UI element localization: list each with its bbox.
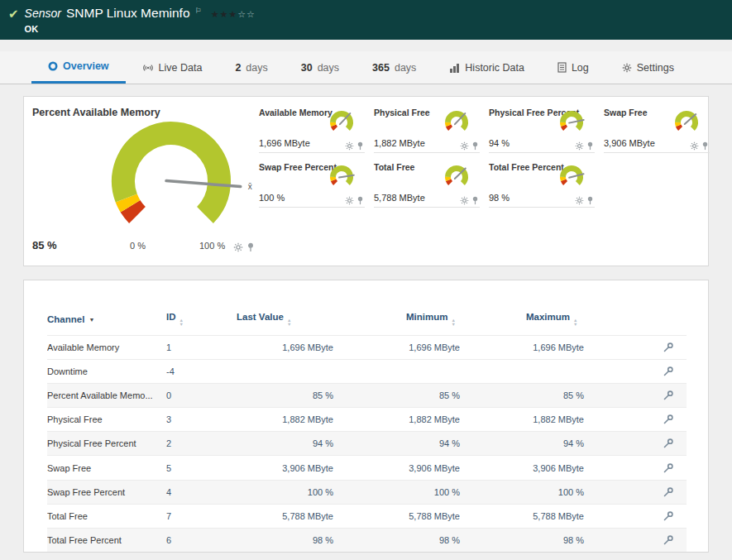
tab-settings[interactable]: Settings — [605, 51, 691, 84]
mini-gauge-dial — [325, 162, 358, 192]
column-header-minimum[interactable]: Minimum▲▼ — [406, 305, 526, 336]
tab-365-days[interactable]: 365 days — [356, 51, 433, 84]
channel-settings-wrench-icon[interactable] — [663, 438, 674, 449]
maximum-cell: 1,696 MByte — [526, 336, 650, 360]
table-row[interactable]: Total Free Percent 6 98 % 98 % 98 % — [47, 528, 687, 552]
channel-settings-wrench-icon[interactable] — [663, 342, 674, 353]
tab-2-days[interactable]: 2 days — [218, 51, 284, 84]
main-gauge-dial: x̄ — [64, 105, 270, 237]
svg-text:x̄: x̄ — [248, 182, 252, 191]
column-label: Last Value — [237, 312, 284, 322]
channels-table: Channel▼ ID▲▼ Last Value▲▼ Minimum▲▼ Max… — [47, 305, 687, 552]
column-label: ID — [166, 312, 176, 322]
table-row[interactable]: Percent Available Memo... 0 85 % 85 % 85… — [47, 384, 687, 408]
pin-icon[interactable] — [471, 196, 480, 205]
pin-icon[interactable] — [586, 196, 595, 205]
channel-name-cell[interactable]: Percent Available Memo... — [47, 384, 166, 408]
minimum-cell: 100 % — [406, 480, 526, 504]
channel-name-cell[interactable]: Physical Free — [47, 408, 166, 432]
last-value-cell: 85 % — [237, 384, 406, 408]
pin-icon[interactable] — [246, 242, 256, 252]
gear-icon[interactable] — [345, 141, 354, 151]
column-header-id[interactable]: ID▲▼ — [166, 305, 237, 336]
channel-name-cell[interactable]: Available Memory — [47, 336, 166, 360]
channel-name-cell[interactable]: Swap Free — [47, 456, 166, 480]
sort-icons: ▲▼ — [179, 318, 184, 326]
tab-label: Live Data — [159, 62, 203, 74]
gear-icon[interactable] — [460, 196, 469, 205]
mini-gauge-cell: Physical Free 1,882 MByte — [374, 107, 480, 153]
column-header-actions — [650, 305, 687, 336]
pin-icon[interactable] — [356, 141, 365, 151]
priority-stars[interactable]: ★★★☆☆ — [211, 9, 256, 20]
channel-settings-wrench-icon[interactable] — [663, 366, 674, 377]
column-header-maximum[interactable]: Maximum▲▼ — [526, 305, 650, 336]
gauges-panel: Percent Available Memory x̄ 85 % 0 % 100… — [23, 96, 709, 266]
gauge-max-label: 100 % — [199, 241, 225, 251]
pin-icon[interactable] — [701, 141, 710, 151]
table-row[interactable]: Physical Free 3 1,882 MByte 1,882 MByte … — [47, 408, 687, 432]
tab-label: Overview — [63, 60, 109, 72]
table-row[interactable]: Available Memory 1 1,696 MByte 1,696 MBy… — [47, 336, 687, 360]
log-document-icon — [557, 62, 567, 73]
mini-gauge-cell: Swap Free Percent 100 % — [259, 161, 365, 208]
gear-icon[interactable] — [575, 196, 584, 205]
column-header-last-value[interactable]: Last Value▲▼ — [237, 305, 406, 336]
sensor-page: ✔ Sensor SNMP Linux Meminfo ⚐ ★★★☆☆ OK O… — [0, 0, 732, 560]
table-row[interactable]: Swap Free 5 3,906 MByte 3,906 MByte 3,90… — [47, 456, 687, 480]
gear-icon[interactable] — [345, 196, 354, 205]
mini-gauge-cell: Swap Free 3,906 MByte — [604, 107, 710, 153]
mini-gauge-value: 1,696 MByte — [259, 138, 310, 148]
sort-icons: ▲▼ — [573, 318, 577, 326]
channel-name-cell[interactable]: Physical Free Percent — [47, 432, 166, 456]
tab-live-data[interactable]: Live Data — [126, 51, 219, 84]
priority-flag-icon[interactable]: ⚐ — [195, 7, 202, 15]
minimum-cell: 3,906 MByte — [406, 456, 526, 480]
column-header-channel[interactable]: Channel▼ — [47, 305, 166, 336]
maximum-cell: 94 % — [526, 432, 650, 456]
gear-icon[interactable] — [460, 141, 469, 151]
status-badge: OK — [25, 24, 256, 34]
mini-gauge-title: Physical Free — [374, 108, 430, 117]
tab-label: Historic Data — [465, 62, 524, 74]
pin-icon[interactable] — [586, 141, 595, 151]
pin-icon[interactable] — [356, 196, 365, 205]
mini-gauge-title: Swap Free — [604, 108, 648, 117]
tab-30-days[interactable]: 30 days — [285, 51, 356, 84]
mini-gauge-title: Total Free Percent — [489, 162, 564, 172]
tab-historic-data[interactable]: Historic Data — [433, 51, 541, 84]
channel-id-cell: 4 — [166, 480, 237, 504]
maximum-cell: 1,882 MByte — [526, 408, 650, 432]
mini-gauge-cell: Physical Free Percent 94 % — [489, 107, 595, 153]
channel-name-cell[interactable]: Total Free — [47, 504, 166, 528]
title-block: Sensor SNMP Linux Meminfo ⚐ ★★★☆☆ OK — [25, 6, 256, 34]
last-value-cell: 100 % — [237, 480, 406, 504]
maximum-cell: 98 % — [526, 528, 650, 552]
channel-settings-wrench-icon[interactable] — [663, 486, 674, 498]
gear-icon[interactable] — [575, 141, 584, 151]
tab-overview[interactable]: Overview — [31, 51, 126, 84]
channel-settings-wrench-icon[interactable] — [663, 414, 674, 425]
mini-gauge-title: Total Free — [374, 162, 414, 172]
channel-settings-wrench-icon[interactable] — [663, 462, 674, 474]
table-row[interactable]: Total Free 7 5,788 MByte 5,788 MByte 5,7… — [47, 504, 687, 528]
channel-name-cell[interactable]: Downtime — [47, 360, 166, 384]
channel-settings-wrench-icon[interactable] — [663, 390, 674, 401]
channel-name-cell[interactable]: Total Free Percent — [47, 528, 166, 552]
last-value-cell: 1,882 MByte — [237, 408, 406, 432]
pin-icon[interactable] — [471, 141, 480, 151]
gear-icon[interactable] — [690, 141, 699, 151]
table-row[interactable]: Physical Free Percent 2 94 % 94 % 94 % — [47, 432, 687, 456]
main-gauge-value: 85 % — [32, 239, 57, 251]
channel-settings-wrench-icon[interactable] — [663, 534, 674, 546]
tab-label: Log — [572, 62, 589, 74]
channel-settings-wrench-icon[interactable] — [663, 510, 674, 522]
table-row[interactable]: Downtime -4 — [47, 360, 687, 384]
channel-name-cell[interactable]: Swap Free Percent — [47, 480, 166, 504]
gear-icon[interactable] — [233, 242, 243, 252]
minimum-cell — [406, 360, 526, 384]
tab-log[interactable]: Log — [541, 51, 605, 84]
sensor-header: ✔ Sensor SNMP Linux Meminfo ⚐ ★★★☆☆ OK — [0, 0, 732, 40]
table-row[interactable]: Swap Free Percent 4 100 % 100 % 100 % — [47, 480, 687, 504]
mini-gauge-dial — [555, 162, 588, 192]
